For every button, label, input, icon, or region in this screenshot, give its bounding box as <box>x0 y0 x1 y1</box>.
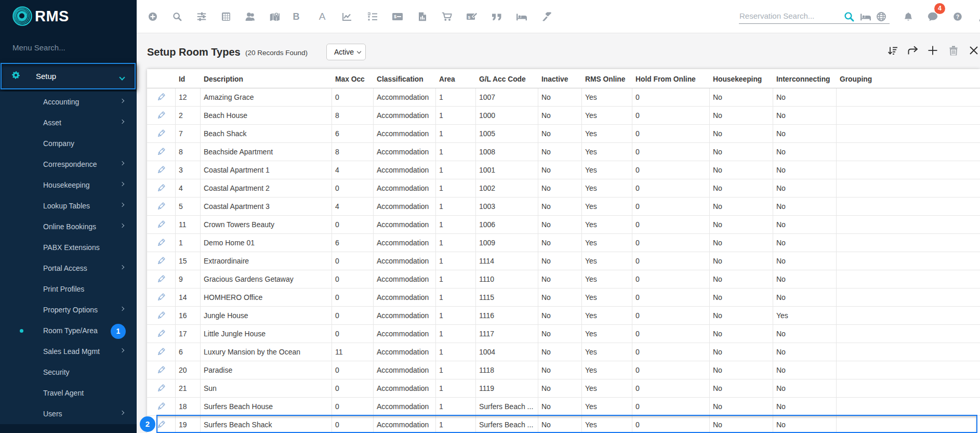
svg-text:$: $ <box>394 14 396 19</box>
svg-text:$: $ <box>468 15 471 19</box>
svg-text:?: ? <box>956 14 959 19</box>
